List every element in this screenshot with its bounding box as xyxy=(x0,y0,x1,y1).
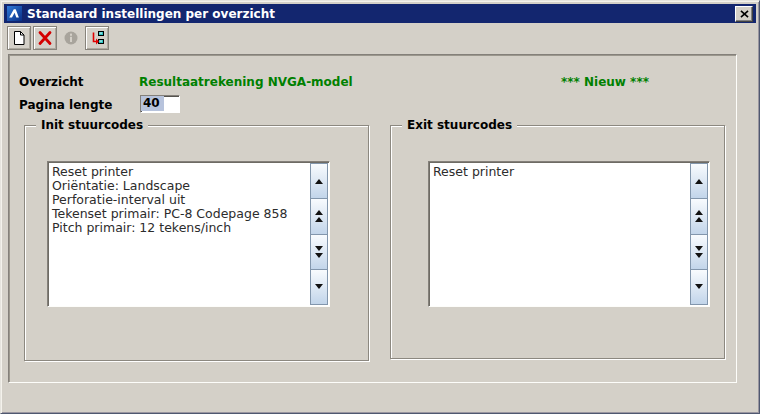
exit-group-title: Exit stuurcodes xyxy=(402,118,517,132)
new-button[interactable] xyxy=(7,26,31,50)
scroll-double-up-icon xyxy=(695,210,703,215)
scroll-down-button[interactable] xyxy=(690,269,708,305)
scroll-double-down-icon xyxy=(695,246,703,251)
status-badge: *** Nieuw *** xyxy=(561,75,649,89)
exit-list-scrollbar xyxy=(690,163,708,305)
toolbar xyxy=(2,24,758,53)
scroll-double-up-icon xyxy=(315,217,323,222)
scroll-down-icon xyxy=(315,284,323,289)
pagina-lengte-value: 40 xyxy=(141,96,164,111)
close-icon xyxy=(740,10,749,18)
list-item[interactable]: Reset printer xyxy=(52,165,310,179)
scroll-up-button[interactable] xyxy=(690,163,708,199)
list-item[interactable]: Perforatie-interval uit xyxy=(52,193,310,207)
scroll-up-button[interactable] xyxy=(310,163,328,199)
init-list-scrollbar xyxy=(310,163,328,305)
overzicht-value: Resultaatrekening NVGA-model xyxy=(139,75,353,89)
list-item[interactable]: Reset printer xyxy=(433,165,690,179)
scroll-up-icon xyxy=(695,179,703,184)
copy-to-records-icon xyxy=(89,30,105,46)
pagina-lengte-input[interactable]: 40 xyxy=(140,95,180,113)
scroll-page-up-button[interactable] xyxy=(690,198,708,234)
scroll-double-down-icon xyxy=(695,253,703,258)
scroll-down-button[interactable] xyxy=(310,269,328,305)
list-item[interactable]: Oriëntatie: Landscape xyxy=(52,179,310,193)
window-title: Standaard instellingen per overzicht xyxy=(27,7,275,21)
scroll-double-up-icon xyxy=(315,210,323,215)
copy-to-records-button[interactable] xyxy=(85,26,109,50)
overzicht-label: Overzicht xyxy=(19,75,84,89)
exit-stuurcodes-group: Exit stuurcodes Reset printer xyxy=(390,125,725,359)
scroll-double-down-icon xyxy=(315,253,323,258)
scroll-double-down-icon xyxy=(315,246,323,251)
scroll-double-up-icon xyxy=(695,217,703,222)
init-stuurcodes-group: Init stuurcodes Reset printerOriëntatie:… xyxy=(24,125,369,361)
scroll-up-icon xyxy=(315,179,323,184)
init-stuurcodes-list[interactable]: Reset printerOriëntatie: LandscapePerfor… xyxy=(47,161,330,307)
pagina-lengte-label: Pagina lengte xyxy=(19,98,112,112)
title-bar: Standaard instellingen per overzicht xyxy=(4,4,756,23)
init-group-title: Init stuurcodes xyxy=(36,118,148,132)
scroll-page-up-button[interactable] xyxy=(310,198,328,234)
scroll-page-down-button[interactable] xyxy=(690,234,708,270)
delete-icon xyxy=(37,30,53,46)
scroll-page-down-button[interactable] xyxy=(310,234,328,270)
close-button[interactable] xyxy=(735,6,753,22)
content-panel: Overzicht Resultaatrekening NVGA-model *… xyxy=(8,54,737,383)
exit-stuurcodes-list[interactable]: Reset printer xyxy=(428,161,710,307)
scroll-down-icon xyxy=(695,284,703,289)
list-item[interactable]: Pitch primair: 12 tekens/inch xyxy=(52,221,310,235)
new-document-icon xyxy=(11,30,27,46)
list-item[interactable]: Tekenset primair: PC-8 Codepage 858 xyxy=(52,207,310,221)
info-icon xyxy=(63,30,79,46)
info-button[interactable] xyxy=(59,26,83,50)
init-list-items: Reset printerOriëntatie: LandscapePerfor… xyxy=(50,164,310,304)
delete-button[interactable] xyxy=(33,26,57,50)
dialog-window: Standaard instellingen per overzicht xyxy=(0,0,760,414)
app-logo-icon xyxy=(7,6,22,21)
exit-list-items: Reset printer xyxy=(431,164,690,304)
